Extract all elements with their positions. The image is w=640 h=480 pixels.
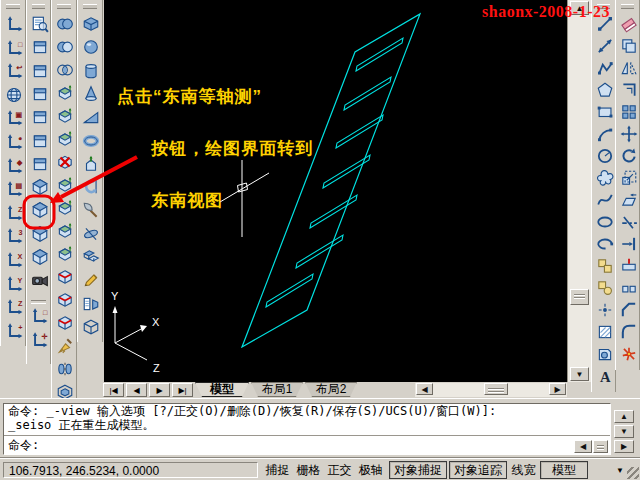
tab-布局2[interactable]: 布局2	[305, 382, 357, 397]
apply-ucs-button[interactable]: +	[4, 321, 24, 341]
extrude-button[interactable]	[81, 154, 101, 174]
erase-button[interactable]	[619, 14, 639, 34]
tab-布局1[interactable]: 布局1	[251, 382, 303, 397]
setup-view-button[interactable]	[81, 294, 101, 314]
origin-ucs-button[interactable]: ●	[4, 132, 24, 152]
circle-button[interactable]	[595, 146, 615, 166]
command-scroll-down-button[interactable]: ▼	[614, 425, 634, 438]
named-ucs-dialog-button[interactable]: □	[29, 306, 49, 326]
setup-profile-button[interactable]	[81, 317, 101, 337]
polyline-button[interactable]	[595, 58, 615, 78]
clean-button[interactable]	[55, 336, 75, 356]
sphere-button[interactable]	[81, 37, 101, 57]
z-axis-rotate-ucs-button[interactable]: Z	[4, 297, 24, 317]
command-scroll-left-button[interactable]: ◀	[574, 440, 592, 453]
first-tab-button[interactable]: |◀	[103, 383, 124, 397]
back-view-button[interactable]	[30, 154, 50, 174]
scroll-left-button[interactable]: ◀	[416, 383, 433, 395]
bottom-view-button[interactable]	[30, 61, 50, 81]
toggle-捕捉[interactable]: 捕捉	[263, 461, 292, 479]
arc-button[interactable]	[595, 124, 615, 144]
view-toolbar-grip[interactable]	[32, 4, 45, 9]
toggle-模型[interactable]: 模型	[540, 461, 588, 479]
solids-toolbar-grip[interactable]	[83, 4, 97, 9]
ne-isometric-button[interactable]	[30, 224, 50, 244]
ucs-dialog-button[interactable]: □	[4, 38, 24, 58]
construction-line-button[interactable]	[595, 36, 615, 56]
extend-button[interactable]	[619, 234, 639, 254]
color-faces-button[interactable]	[55, 244, 75, 264]
toggle-对象追踪[interactable]: 对象追踪	[449, 461, 507, 479]
offset-button[interactable]	[619, 80, 639, 100]
horizontal-scrollbar[interactable]: ◀ ▶	[415, 383, 567, 397]
cone-button[interactable]	[81, 84, 101, 104]
ucs-previous-button[interactable]: ↩	[4, 61, 24, 81]
torus-button[interactable]	[81, 131, 101, 151]
toggle-极轴[interactable]: 极轴	[356, 461, 385, 479]
command-scroll-thumb[interactable]	[593, 440, 608, 453]
modify-toolbar-grip[interactable]	[621, 4, 634, 9]
region-button[interactable]	[595, 344, 615, 364]
trim-button[interactable]	[619, 212, 639, 232]
front-view-button[interactable]	[30, 131, 50, 151]
hatch-button[interactable]	[595, 322, 615, 342]
imprint-button[interactable]	[55, 313, 75, 333]
array-button[interactable]	[619, 102, 639, 122]
solids_editing-toolbar-grip[interactable]	[57, 4, 71, 9]
command-prompt[interactable]: 命令:	[8, 438, 39, 452]
status-dropdown-icon[interactable]: ▼	[616, 466, 624, 475]
separate-button[interactable]	[55, 359, 75, 379]
world-ucs-button[interactable]	[4, 85, 24, 105]
color-edges-button[interactable]	[55, 290, 75, 310]
point-button[interactable]	[595, 300, 615, 320]
y-axis-rotate-ucs-button[interactable]: Y	[4, 274, 24, 294]
rotate-faces-button[interactable]	[55, 175, 75, 195]
box-button[interactable]	[81, 14, 101, 34]
move-button[interactable]	[619, 124, 639, 144]
named-views-button[interactable]	[30, 14, 50, 34]
last-tab-button[interactable]: ▶|	[172, 383, 193, 397]
make-block-button[interactable]	[595, 278, 615, 298]
tab-模型[interactable]: 模型	[195, 382, 249, 397]
polygon-button[interactable]	[595, 80, 615, 100]
scroll-down-button[interactable]: ▼	[570, 367, 589, 381]
ucs-3point-button[interactable]: 3	[4, 226, 24, 246]
break-button[interactable]	[619, 278, 639, 298]
command-text-area[interactable]: 命令: _-view 输入选项 [?/正交(O)/删除(D)/恢复(R)/保存(…	[3, 403, 611, 455]
top-view-button[interactable]	[30, 37, 50, 57]
revision-cloud-button[interactable]	[595, 168, 615, 188]
vertical-scroll-thumb[interactable]	[570, 289, 589, 305]
object-ucs-button[interactable]: ▣	[4, 108, 24, 128]
setup-drawing-button[interactable]	[81, 270, 101, 290]
break-at-point-button[interactable]	[619, 256, 639, 276]
explode-button[interactable]	[619, 344, 639, 364]
ellipse-arc-button[interactable]	[595, 234, 615, 254]
toggle-正交[interactable]: 正交	[325, 461, 354, 479]
spline-button[interactable]	[595, 190, 615, 210]
copy-edges-button[interactable]	[55, 267, 75, 287]
rectangle-button[interactable]	[595, 102, 615, 122]
cylinder-button[interactable]	[81, 61, 101, 81]
mirror-button[interactable]	[619, 58, 639, 78]
next-tab-button[interactable]: ▶	[149, 383, 170, 397]
prev-tab-button[interactable]: ◀	[126, 383, 147, 397]
left-view-button[interactable]	[30, 84, 50, 104]
scroll-right-button[interactable]: ▶	[549, 383, 566, 395]
delete-faces-button[interactable]	[55, 152, 75, 172]
section-button[interactable]	[81, 224, 101, 244]
drawing-canvas[interactable]: Y X Z 点击“东南等轴测” 按钮，绘图界面转到 东南视图	[104, 0, 567, 382]
toggle-线宽[interactable]: 线宽	[509, 461, 538, 479]
copy-button[interactable]	[619, 36, 639, 56]
copy-faces-button[interactable]	[55, 221, 75, 241]
taper-faces-button[interactable]	[55, 198, 75, 218]
extrude-faces-button[interactable]	[55, 83, 75, 103]
sw-isometric-button[interactable]	[30, 177, 50, 197]
multiline-text-button[interactable]: A	[595, 366, 615, 386]
wedge-button[interactable]	[81, 107, 101, 127]
slice-button[interactable]	[81, 200, 101, 220]
revolve-button[interactable]	[81, 177, 101, 197]
command-scroll-right-button[interactable]: ▶	[614, 440, 634, 453]
z-axis-vector-ucs-button[interactable]: Z	[4, 203, 24, 223]
interfere-button[interactable]	[81, 247, 101, 267]
face-ucs-button[interactable]: ◆	[4, 156, 24, 176]
